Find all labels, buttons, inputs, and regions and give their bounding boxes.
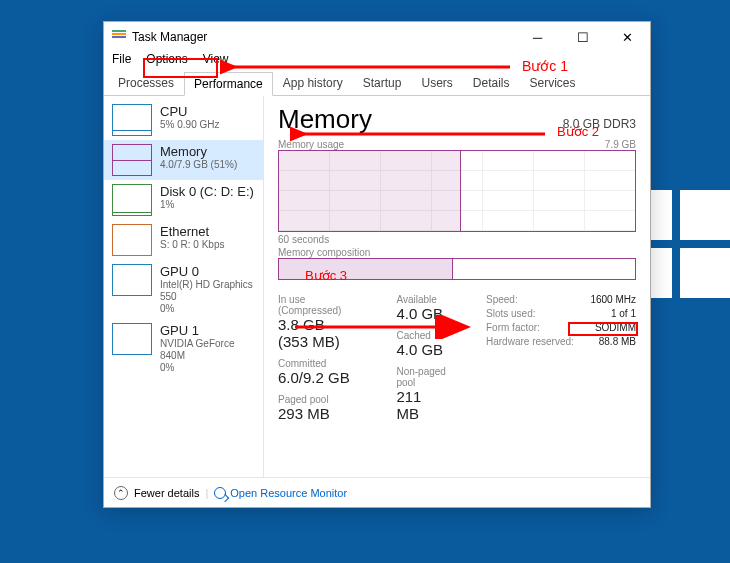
menu-file[interactable]: File xyxy=(112,52,131,72)
sidebar-item-ethernet[interactable]: EthernetS: 0 R: 0 Kbps xyxy=(104,220,263,260)
hw-value: 88.8 MB xyxy=(599,336,636,347)
nonpaged-value: 211 MB xyxy=(396,388,446,422)
memory-usage-graph xyxy=(278,150,636,232)
hw-key: Hardware reserved: xyxy=(486,336,574,347)
available-value: 4.0 GB xyxy=(396,305,446,322)
window-title: Task Manager xyxy=(132,30,207,44)
open-resource-monitor-link[interactable]: Open Resource Monitor xyxy=(214,487,347,499)
sidebar-item-memory[interactable]: Memory4.0/7.9 GB (51%) xyxy=(104,140,263,180)
chevron-up-icon: ⌃ xyxy=(114,486,128,500)
committed-label: Committed xyxy=(278,358,356,369)
cached-value: 4.0 GB xyxy=(396,341,446,358)
tab-performance[interactable]: Performance xyxy=(184,72,273,96)
committed-value: 6.0/9.2 GB xyxy=(278,369,356,386)
tab-app-history[interactable]: App history xyxy=(273,71,353,95)
menu-view[interactable]: View xyxy=(203,52,229,72)
pane-title: Memory xyxy=(278,104,372,135)
usage-max: 7.9 GB xyxy=(605,139,636,150)
form-value: SODIMM xyxy=(595,322,636,333)
tab-users[interactable]: Users xyxy=(411,71,462,95)
paged-value: 293 MB xyxy=(278,405,356,422)
app-icon xyxy=(112,30,126,44)
sidebar-item-gpu0[interactable]: GPU 0Intel(R) HD Graphics 5500% xyxy=(104,260,263,319)
usage-label: Memory usage xyxy=(278,139,344,150)
time-label: 60 seconds xyxy=(278,234,636,245)
sidebar: CPU5% 0.90 GHz Memory4.0/7.9 GB (51%) Di… xyxy=(104,96,264,477)
monitor-icon xyxy=(214,487,226,499)
menu-options[interactable]: Options xyxy=(146,52,187,72)
sidebar-item-cpu[interactable]: CPU5% 0.90 GHz xyxy=(104,100,263,140)
fewer-details-link[interactable]: Fewer details xyxy=(134,487,199,499)
sidebar-item-disk[interactable]: Disk 0 (C: D: E:)1% xyxy=(104,180,263,220)
close-button[interactable]: ✕ xyxy=(605,22,650,52)
task-manager-window: Task Manager ─ ☐ ✕ File Options View Pro… xyxy=(103,21,651,508)
sidebar-item-gpu1[interactable]: GPU 1NVIDIA GeForce 840M0% xyxy=(104,319,263,378)
maximize-button[interactable]: ☐ xyxy=(560,22,605,52)
slots-value: 1 of 1 xyxy=(611,308,636,319)
inuse-label: In use (Compressed) xyxy=(278,294,356,316)
speed-value: 1600 MHz xyxy=(590,294,636,305)
mini-graph-gpu1 xyxy=(112,323,152,355)
tab-startup[interactable]: Startup xyxy=(353,71,412,95)
cached-label: Cached xyxy=(396,330,446,341)
speed-key: Speed: xyxy=(486,294,518,305)
slots-key: Slots used: xyxy=(486,308,535,319)
minimize-button[interactable]: ─ xyxy=(515,22,560,52)
mini-graph-ethernet xyxy=(112,224,152,256)
available-label: Available xyxy=(396,294,446,305)
mini-graph-gpu0 xyxy=(112,264,152,296)
mini-graph-disk xyxy=(112,184,152,216)
inuse-value: 3.8 GB (353 MB) xyxy=(278,316,356,350)
footer: ⌃ Fewer details | Open Resource Monitor xyxy=(104,477,650,507)
form-key: Form factor: xyxy=(486,322,540,333)
menubar: File Options View xyxy=(104,52,650,72)
mini-graph-memory xyxy=(112,144,152,176)
mini-graph-cpu xyxy=(112,104,152,136)
memory-pane: Memory 8.0 GB DDR3 Memory usage7.9 GB 60… xyxy=(264,96,650,477)
tab-details[interactable]: Details xyxy=(463,71,520,95)
tab-services[interactable]: Services xyxy=(520,71,586,95)
memory-composition-graph xyxy=(278,258,636,280)
tab-processes[interactable]: Processes xyxy=(108,71,184,95)
titlebar: Task Manager ─ ☐ ✕ xyxy=(104,22,650,52)
paged-label: Paged pool xyxy=(278,394,356,405)
memory-total: 8.0 GB DDR3 xyxy=(563,117,636,131)
tabs: Processes Performance App history Startu… xyxy=(104,72,650,96)
comp-label: Memory composition xyxy=(278,247,370,258)
nonpaged-label: Non-paged pool xyxy=(396,366,446,388)
